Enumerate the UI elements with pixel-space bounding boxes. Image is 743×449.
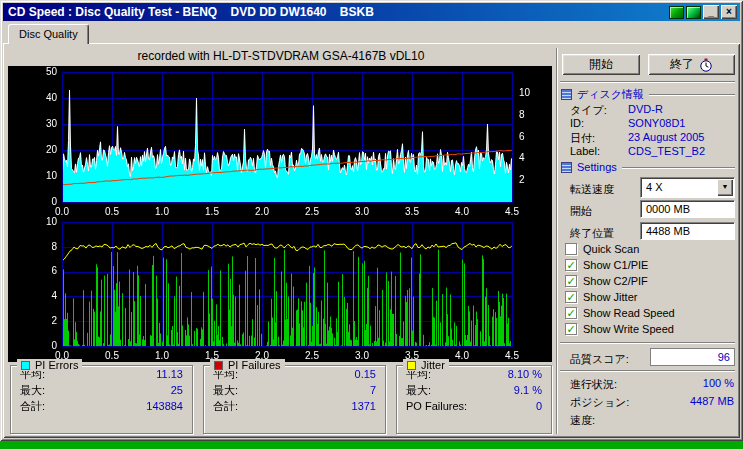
disc-date-row: 日付: 23 August 2005 [560,131,735,146]
jitter-title-label: Jitter [421,359,445,371]
separator [560,342,735,344]
pi-errors-legend-icon [21,361,30,370]
stat-row: 最大: 25 [11,382,192,398]
pi-errors-panel: PI Errors 平均: 11.13 最大: 25 合計: 143884 [10,365,193,434]
disc-type-label: タイプ: [560,103,628,118]
checkbox-label: Show C1/PIE [583,259,648,271]
position-row: ポジション: 4487 MB [560,395,735,410]
stat-row: 合計: 143884 [11,398,192,414]
pi-failures-title-label: PI Failures [228,359,281,371]
stat-label: PO Failures: [406,400,467,412]
position-label: ポジション: [560,395,629,410]
checkbox-show-write-speed[interactable]: ✓ Show Write Speed [565,323,674,335]
disc-date-label: 日付: [560,131,628,146]
disc-info-collapse-icon[interactable] [561,89,572,100]
checkbox-quick-scan[interactable]: Quick Scan [565,243,639,255]
checkbox-box[interactable]: ✓ [565,291,577,303]
settings-header-label: Settings [577,161,617,173]
checkbox-show-jitter[interactable]: ✓ Show Jitter [565,291,637,303]
jitter-panel: Jitter 平均: 8.10 % 最大: 9.1 % PO Failures:… [396,365,552,434]
stat-row: 最大: 9.1 % [397,382,551,398]
checkbox-box[interactable]: ✓ [565,323,577,335]
start-button[interactable]: 開始 [562,54,640,75]
start-button-label: 開始 [589,56,613,73]
divider [649,94,735,96]
checkbox-label: Quick Scan [583,243,639,255]
disc-type-row: タイプ: DVD-R [560,103,735,118]
pi-failures-panel-title: PI Failures [210,359,285,371]
settings-section-header: Settings [561,161,735,173]
disc-info-section-header: ディスク情報 [561,87,735,102]
checkbox-label: Show Read Speed [583,307,675,319]
app-window: CD Speed : Disc Quality Test - BENQ DVD … [0,0,743,441]
disc-id-label: ID: [560,117,628,129]
checkbox-label: Show Jitter [583,291,637,303]
titlebar: CD Speed : Disc Quality Test - BENQ DVD … [3,3,740,21]
separator [560,81,735,83]
dropdown-arrow-icon[interactable]: ▼ [717,179,733,196]
titlebar-icon-2[interactable] [686,6,701,19]
checkbox-show-read-speed[interactable]: ✓ Show Read Speed [565,307,675,319]
quality-score-label: 品質スコア: [570,352,629,367]
progress-row: 進行状況: 100 % [560,377,735,392]
disc-date-value: 23 August 2005 [628,131,735,146]
transfer-speed-select[interactable]: 4 X ▼ [640,177,735,198]
end-position-input[interactable]: 4488 MB [640,222,735,240]
checkbox-show-c2-pif[interactable]: ✓ Show C2/PIF [565,275,648,287]
transfer-speed-label: 転送速度 [570,182,614,197]
speed-value [734,413,735,428]
tab-disc-quality[interactable]: Disc Quality [8,24,89,44]
transfer-speed-value: 4 X [641,178,716,197]
disc-id-value: SONY08D1 [628,117,735,129]
pi-errors-title-label: PI Errors [35,359,78,371]
progress-label: 進行状況: [560,377,617,392]
checkbox-show-c1-pie[interactable]: ✓ Show C1/PIE [565,259,648,271]
recorded-with-label: recorded with HL-DT-STDVDRAM GSA-4167B v… [8,49,554,63]
separator [560,370,735,372]
disc-label-value: CDS_TEST_B2 [628,145,735,157]
disc-id-row: ID: SONY08D1 [560,117,735,129]
stat-row: PO Failures: 0 [397,398,551,414]
stat-row: 合計: 1371 [204,398,385,414]
start-position-input[interactable]: 0000 MB [640,200,735,218]
stat-value: 7 [370,384,376,396]
progress-value: 100 % [703,377,735,392]
settings-collapse-icon[interactable] [561,162,572,173]
position-value: 4487 MB [690,395,735,410]
stat-label: 合計: [213,399,238,414]
checkbox-label: Show C2/PIF [583,275,648,287]
quality-graphs-canvas [8,66,552,362]
pi-failures-panel: PI Failures 平均: 0.15 最大: 7 合計: 1371 [203,365,386,434]
checkbox-label: Show Write Speed [583,323,674,335]
jitter-legend-icon [407,361,416,370]
exit-button-label: 終了 [670,56,694,73]
disc-label-row: Label: CDS_TEST_B2 [560,145,735,157]
speed-label: 速度: [560,413,595,428]
end-position-label: 終了位置 [570,226,614,241]
checkbox-box[interactable]: ✓ [565,259,577,271]
stat-value: 25 [171,384,183,396]
quality-score-value: 96 [650,348,735,366]
exit-button[interactable]: 終了 [648,54,735,75]
minimize-button[interactable]: _ [703,5,719,19]
pi-failures-legend-icon [214,361,223,370]
stat-value: 1371 [352,400,376,412]
stat-label: 最大: [406,383,431,398]
stat-row: 最大: 7 [204,382,385,398]
start-position-label: 開始 [570,204,592,219]
stat-label: 最大: [20,383,45,398]
stat-value: 143884 [146,400,183,412]
disc-info-header-label: ディスク情報 [577,87,644,102]
close-button[interactable]: × [721,5,737,19]
panel-divider [556,48,558,434]
checkbox-box[interactable] [565,243,577,255]
window-title: CD Speed : Disc Quality Test - BENQ DVD … [8,5,669,19]
checkbox-box[interactable]: ✓ [565,307,577,319]
checkbox-box[interactable]: ✓ [565,275,577,287]
stat-value: 0 [536,400,542,412]
stat-value: 0.15 [355,368,376,380]
clock-icon [699,58,713,72]
titlebar-buttons: _ × [669,5,737,19]
titlebar-icon-1[interactable] [669,6,684,19]
disc-type-value: DVD-R [628,103,735,118]
